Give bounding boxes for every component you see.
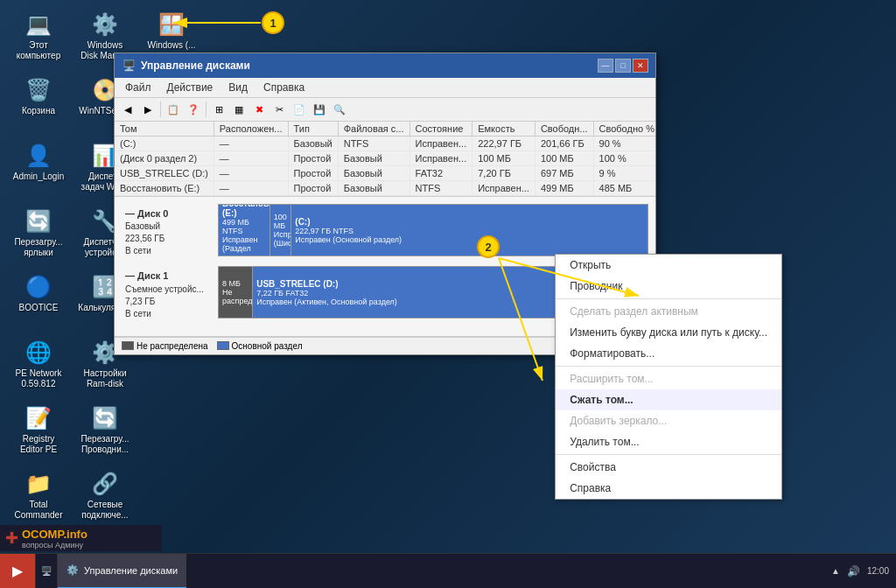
- table-cell: 697 МБ: [535, 166, 593, 181]
- table-cell: 100 МБ: [535, 151, 593, 166]
- tb-back[interactable]: ◀: [118, 100, 137, 119]
- legend-primary-color: [217, 341, 229, 350]
- tb-help[interactable]: ❓: [184, 100, 203, 119]
- legend-unallocated-color: [122, 341, 134, 350]
- desktop-icon-recycle[interactable]: 🗑️ Корзина: [7, 73, 70, 138]
- site-logo-content: OCOMP.info вопросы Админу: [22, 528, 88, 550]
- ctx-delete[interactable]: Удалить том...: [556, 431, 781, 452]
- registry-label: Registry Editor PE: [10, 434, 66, 455]
- disk0-part3[interactable]: (C:) 222,97 ГБ NTFS Исправен (Основной р…: [291, 205, 648, 256]
- table-row[interactable]: USB_STRELEC (D:)—ПростойБазовыйFAT327,20…: [115, 166, 655, 181]
- ctx-shrink[interactable]: Сжать том...: [556, 389, 781, 410]
- disk1-part1[interactable]: 8 МБ Не распреде...: [219, 267, 253, 318]
- menu-action[interactable]: Действие: [160, 80, 220, 95]
- menu-file[interactable]: Файл: [118, 80, 158, 95]
- col-state[interactable]: Состояние: [410, 122, 472, 136]
- ctx-explorer[interactable]: Проводник: [556, 276, 781, 297]
- taskbar-disk-icon: ⚙️: [66, 564, 79, 576]
- network-icon: 🔗: [91, 470, 119, 498]
- col-tom[interactable]: Том: [115, 122, 214, 136]
- tb-forward[interactable]: ▶: [138, 100, 158, 119]
- table-cell: Исправен...: [472, 181, 536, 196]
- menu-view[interactable]: Вид: [221, 80, 255, 95]
- total-commander-icon: 📁: [24, 470, 52, 498]
- table-cell: Простой: [288, 181, 338, 196]
- table-cell: —: [214, 181, 288, 196]
- desktop-icon-network[interactable]: 🔗 Сетевые подключе...: [74, 466, 136, 532]
- table-cell: (Диск 0 раздел 2): [115, 151, 214, 166]
- site-logo-bar: ✚ OCOMP.info вопросы Админу: [0, 525, 162, 551]
- reboot2-icon: 🔄: [91, 404, 119, 432]
- taskbar-item1: 🖥️: [35, 554, 57, 589]
- window-toolbar: ◀ ▶ 📋 ❓ ⊞ ▦ ✖ ✂ 📄 💾 🔍: [115, 98, 655, 122]
- tb-properties[interactable]: 📋: [164, 100, 183, 119]
- table-cell: USB_STRELEC (D:): [115, 166, 214, 181]
- tb-delete[interactable]: ✖: [249, 100, 269, 119]
- desktop-icon-reboot2[interactable]: 🔄 Перезагру... Проводни...: [74, 401, 136, 466]
- table-cell: 90 %: [593, 136, 655, 151]
- tb-save[interactable]: 💾: [310, 100, 329, 119]
- pe-network-label: PE Network 0.59.812: [10, 368, 66, 389]
- table-cell: Исправен...: [410, 136, 472, 151]
- tb-btn3[interactable]: ⊞: [209, 100, 228, 119]
- titlebar-left: 🖥️ Управление дисками: [122, 59, 250, 73]
- ctx-change-letter[interactable]: Изменить букву диска или путь к диску...: [556, 322, 781, 343]
- col-fs[interactable]: Файловая с...: [338, 122, 410, 136]
- desktop-icon-admin-login[interactable]: 👤 Admin_Login: [7, 138, 70, 204]
- ctx-open[interactable]: Открыть: [556, 255, 781, 276]
- disk0-size: 223,56 ГБ: [125, 233, 214, 245]
- col-freepct[interactable]: Свободно %: [593, 122, 655, 136]
- windows-label: Windows (...: [147, 40, 195, 51]
- col-rasp[interactable]: Расположен...: [214, 122, 288, 136]
- reboot2-label: Перезагру... Проводни...: [77, 434, 133, 455]
- menu-help[interactable]: Справка: [256, 80, 312, 95]
- tray-network-icon: 🔊: [847, 565, 860, 578]
- window-controls: — □ ✕: [598, 59, 648, 73]
- col-type[interactable]: Тип: [288, 122, 338, 136]
- disk1-info: — Диск 1 Съемное устройс... 7,23 ГБ В се…: [122, 266, 218, 323]
- taskbar-disk-mgmt[interactable]: ⚙️ Управление дисками: [57, 554, 186, 589]
- start-button[interactable]: ▶: [0, 554, 35, 589]
- table-cell: 499 МБ: [535, 181, 593, 196]
- table-cell: 100 МБ: [472, 151, 536, 166]
- ctx-format[interactable]: Форматировать...: [556, 343, 781, 364]
- table-row[interactable]: (Диск 0 раздел 2)—ПростойБазовыйИсправен…: [115, 151, 655, 166]
- tb-btn4[interactable]: ▦: [229, 100, 248, 119]
- tb-search[interactable]: 🔍: [330, 100, 349, 119]
- table-cell: Исправен...: [410, 151, 472, 166]
- disk0-part2[interactable]: 100 МБ Исправен (Шифрова...: [270, 205, 292, 256]
- desktop-icon-total-commander[interactable]: 📁 TotalCommander: [7, 466, 70, 532]
- table-cell: NTFS: [410, 181, 472, 196]
- desktop-icon-registry[interactable]: 📝 Registry Editor PE: [7, 401, 70, 466]
- desktop-icon-bootice[interactable]: 🔵 BOOTICE: [7, 270, 70, 335]
- close-button[interactable]: ✕: [633, 59, 648, 73]
- context-menu: Открыть Проводник Сделать раздел активны…: [555, 254, 782, 500]
- legend-unallocated-label: Не распределена: [136, 341, 208, 351]
- desktop-icon-my-computer[interactable]: 💻 Этоткомпьютер: [7, 7, 70, 73]
- disk1-type: Съемное устройс...: [125, 284, 214, 296]
- table-cell: 201,66 ГБ: [535, 136, 593, 151]
- admin-label: Admin_Login: [13, 172, 64, 182]
- toolbar-sep1: [160, 102, 161, 117]
- disk-table: Том Расположен... Тип Файловая с... Сост…: [115, 122, 655, 196]
- disk0-part1[interactable]: Восстановить (E:) 499 МБ NTFS Исправен (…: [219, 205, 270, 256]
- col-capacity[interactable]: Емкость: [472, 122, 536, 136]
- table-row[interactable]: Восстановить (E:)—ПростойБазовыйNTFSИспр…: [115, 181, 655, 196]
- desktop-icon-reboot[interactable]: 🔄 Перезагру... ярлыки: [7, 204, 70, 270]
- table-cell: Простой: [288, 166, 338, 181]
- disk0-title: — Диск 0: [125, 207, 214, 220]
- disk-manager-icon: ⚙️: [91, 10, 119, 38]
- reboot-icon: 🔄: [24, 207, 52, 235]
- table-row[interactable]: (C:)—БазовыйNTFSИсправен...222,97 ГБ201,…: [115, 136, 655, 151]
- ctx-properties[interactable]: Свойства: [556, 457, 781, 478]
- ctx-sep1: [556, 298, 781, 299]
- ctx-help[interactable]: Справка: [556, 478, 781, 499]
- site-sub: вопросы Админу: [22, 541, 88, 550]
- col-free[interactable]: Свободн...: [535, 122, 593, 136]
- tb-btn6[interactable]: 📄: [290, 100, 309, 119]
- desktop-icon-pe-network[interactable]: 🌐 PE Network 0.59.812: [7, 335, 70, 401]
- maximize-button[interactable]: □: [615, 59, 631, 73]
- minimize-button[interactable]: —: [598, 59, 613, 73]
- tb-btn5[interactable]: ✂: [270, 100, 289, 119]
- table-cell: 222,97 ГБ: [472, 136, 536, 151]
